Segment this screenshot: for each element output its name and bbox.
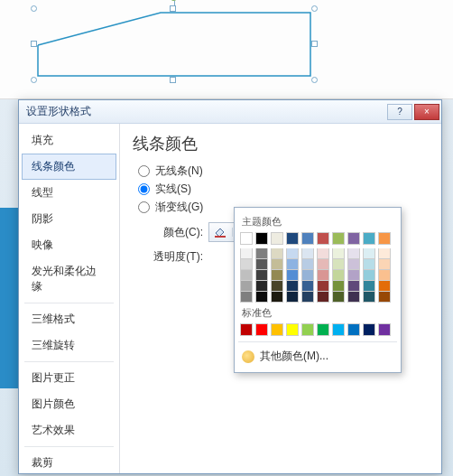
resize-handle[interactable] [311,5,318,12]
sidebar-item-picture-color[interactable]: 图片颜色 [22,391,116,417]
color-swatch[interactable] [378,292,391,303]
color-swatch[interactable] [332,323,345,336]
color-swatch[interactable] [255,232,268,245]
help-button[interactable]: ? [387,104,412,120]
color-swatch[interactable] [332,248,345,259]
color-swatch[interactable] [347,281,360,292]
resize-handle[interactable] [170,5,176,12]
sidebar-item-glow[interactable]: 发光和柔化边缘 [22,258,116,300]
color-swatch[interactable] [240,248,253,259]
color-swatch[interactable] [363,232,375,245]
color-swatch[interactable] [286,323,299,336]
color-swatch[interactable] [255,281,268,292]
color-swatch[interactable] [271,259,283,270]
more-colors-item[interactable]: 其他颜色(M)... [240,346,395,367]
color-swatch[interactable] [332,259,345,270]
color-swatch[interactable] [347,323,360,336]
color-swatch[interactable] [317,281,329,292]
close-button[interactable]: × [414,104,439,120]
color-swatch[interactable] [271,248,283,259]
color-swatch[interactable] [363,292,375,303]
resize-handle[interactable] [31,41,37,47]
dialog-titlebar[interactable]: 设置形状格式 ? × [19,100,441,124]
color-swatch[interactable] [301,259,314,270]
color-swatch[interactable] [271,270,283,281]
sidebar-item-picture-corrections[interactable]: 图片更正 [22,365,116,391]
color-swatch[interactable] [240,323,253,336]
color-swatch[interactable] [255,270,268,281]
color-swatch[interactable] [363,323,375,336]
sidebar-item-reflection[interactable]: 映像 [22,232,116,258]
sidebar-item-fill[interactable]: 填充 [22,127,116,154]
color-swatch[interactable] [240,292,253,303]
resize-handle[interactable] [31,77,37,83]
color-swatch[interactable] [255,248,268,259]
color-swatch[interactable] [240,232,253,245]
sidebar-item-shadow[interactable]: 阴影 [22,206,116,232]
color-swatch[interactable] [301,270,314,281]
color-swatch[interactable] [363,281,375,292]
color-swatch[interactable] [317,270,329,281]
color-swatch[interactable] [286,232,299,245]
color-swatch[interactable] [317,232,329,245]
color-swatch[interactable] [286,281,299,292]
resize-handle[interactable] [170,77,176,83]
color-swatch[interactable] [255,323,268,336]
sidebar-item-line-color[interactable]: 线条颜色 [22,154,116,180]
selected-shape[interactable] [34,9,314,79]
color-swatch[interactable] [317,248,329,259]
color-swatch[interactable] [378,248,391,259]
color-swatch[interactable] [271,292,283,303]
color-swatch[interactable] [378,323,391,336]
color-swatch[interactable] [347,259,360,270]
color-swatch[interactable] [301,323,314,336]
color-swatch[interactable] [378,270,391,281]
color-swatch[interactable] [347,232,360,245]
color-swatch[interactable] [240,281,253,292]
color-swatch[interactable] [363,270,375,281]
color-swatch[interactable] [317,292,329,303]
option-no-line[interactable]: 无线条(N) [138,163,429,179]
color-swatch[interactable] [271,281,283,292]
resize-handle[interactable] [31,5,37,12]
radio-solid-line[interactable] [138,183,150,195]
color-swatch[interactable] [347,248,360,259]
color-swatch[interactable] [301,232,314,245]
color-swatch[interactable] [332,292,345,303]
sidebar-item-3d-format[interactable]: 三维格式 [22,306,116,332]
sidebar-item-crop[interactable]: 裁剪 [22,450,116,473]
option-solid-line[interactable]: 实线(S) [138,182,429,197]
sidebar-item-line-style[interactable]: 线型 [22,180,116,206]
color-swatch[interactable] [317,259,329,270]
color-swatch[interactable] [378,281,391,292]
color-swatch[interactable] [286,292,299,303]
color-swatch[interactable] [240,259,253,270]
sidebar-item-3d-rotation[interactable]: 三维旋转 [22,332,116,359]
radio-gradient-line[interactable] [138,201,150,213]
color-swatch[interactable] [301,292,314,303]
color-swatch[interactable] [301,281,314,292]
color-swatch[interactable] [301,248,314,259]
color-swatch[interactable] [363,248,375,259]
color-swatch[interactable] [255,259,268,270]
radio-no-line[interactable] [138,165,150,177]
color-swatch[interactable] [271,323,283,336]
color-swatch[interactable] [347,270,360,281]
color-swatch[interactable] [332,232,345,245]
color-swatch[interactable] [286,270,299,281]
color-swatch[interactable] [255,292,268,303]
color-swatch[interactable] [363,259,375,270]
color-swatch[interactable] [378,259,391,270]
color-swatch[interactable] [332,281,345,292]
color-swatch[interactable] [240,270,253,281]
color-swatch[interactable] [332,270,345,281]
sidebar-item-artistic[interactable]: 艺术效果 [22,417,116,443]
color-swatch[interactable] [271,232,283,245]
color-swatch[interactable] [317,323,329,336]
color-swatch[interactable] [286,248,299,259]
resize-handle[interactable] [311,41,318,47]
color-swatch[interactable] [378,232,391,245]
color-swatch[interactable] [347,292,360,303]
resize-handle[interactable] [311,77,318,83]
color-swatch[interactable] [286,259,299,270]
